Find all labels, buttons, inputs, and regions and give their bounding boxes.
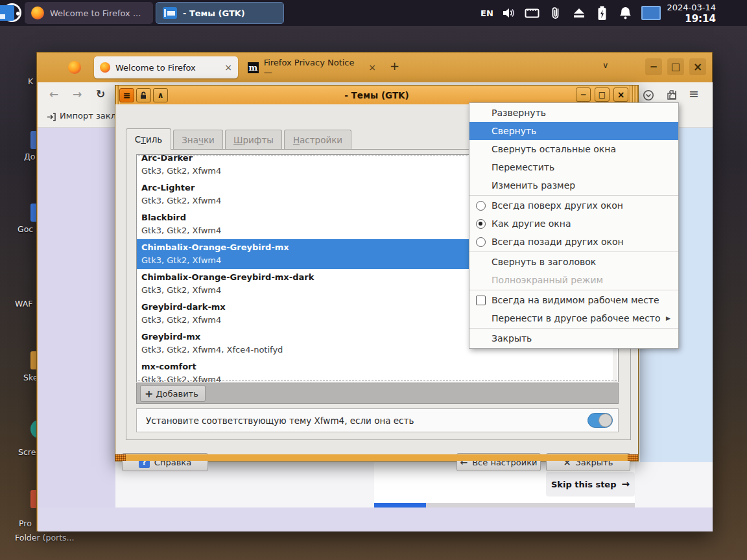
top-panel: Welcome to Firefox ... - Темы (GTK) EN 2… [0,0,747,26]
panel-clock[interactable]: 2024-03-14 19:14 [667,3,716,25]
firefox-logo-icon [68,61,81,74]
page-bottom-panel [38,508,713,531]
firefox-task-icon [31,6,44,19]
menu-item-close[interactable]: Закрыть [469,329,678,347]
back-icon[interactable]: ← [49,88,58,100]
show-desktop-icon[interactable] [0,5,14,21]
bookmarks-toolbar-item[interactable]: Импорт закл [60,111,116,121]
task-title: - Темы (GTK) [183,8,245,18]
firefox-maximize-button[interactable]: □ [667,58,684,75]
skip-step-button[interactable]: Skip this step → [546,472,635,496]
firefox-titlebar[interactable]: Welcome to Firefox × m Firefox Privacy N… [37,52,712,82]
notifications-bell-icon[interactable] [618,5,634,21]
clipboard-paperclip-icon[interactable] [548,5,563,21]
tab-settings[interactable]: Настройки [284,130,351,150]
progress-fill [374,503,426,508]
window-context-menu: Развернуть Свернуть Свернуть остальные о… [469,102,679,349]
tab-title: Welcome to Firefox [115,63,196,73]
menu-item-shade[interactable]: Свернуть в заголовок [469,253,678,271]
gtk-sticky-lock-icon[interactable] [136,88,151,102]
themes-task-icon [163,7,177,19]
desktop-icon-label[interactable]: Goc [18,224,33,234]
menu-item-move[interactable]: Переместить [469,158,678,176]
skip-step-label: Skip this step [551,480,617,489]
menu-separator [469,328,678,329]
tab-style[interactable]: Стиль [126,128,171,150]
menu-item-label: Всегда поверх других окон [492,200,623,211]
desktop-icon-label[interactable]: До [24,152,35,161]
menu-separator [469,195,678,196]
panel-time: 19:14 [667,13,716,25]
battery-icon[interactable] [595,5,610,21]
menu-item-label: Как другие окна [492,218,571,229]
desktop-icon-label[interactable]: Pro [19,519,32,528]
volume-icon[interactable] [501,5,517,21]
menu-item-resize[interactable]: Изменить размер [469,176,678,194]
submenu-arrow-icon: ▶ [666,315,670,321]
desktop-icon-label[interactable]: Folder (ports... [15,533,75,542]
taskbar-button-firefox[interactable]: Welcome to Firefox ... [25,2,153,24]
gtk-shade-button[interactable]: ∧ [153,88,168,102]
pocket-icon[interactable] [643,89,654,101]
new-tab-button[interactable]: + [390,59,399,73]
tab-title: Firefox Privacy Notice — [264,58,364,77]
gtk-minimize-button[interactable]: − [576,88,591,102]
extensions-puzzle-icon[interactable] [665,89,678,101]
menu-item-label: Всегда на видимом рабочем месте [492,295,659,305]
xfwm-match-row: Установите соответствующую тему Xfwm4, е… [136,408,619,432]
xfwm-match-label: Установите соответствующую тему Xfwm4, е… [146,415,414,426]
gtk-window-title: - Темы (GTK) [115,90,638,100]
menu-item-minimize[interactable]: Свернуть [469,122,678,140]
tab-fonts[interactable]: Шрифты [225,130,282,150]
firefox-close-button[interactable]: × [689,58,706,75]
desktop-icon-label[interactable]: K [28,76,33,86]
keyboard-layout-indicator[interactable]: EN [480,8,493,18]
firefox-minimize-button[interactable]: − [645,58,662,75]
menu-item-normal-stacking[interactable]: Как другие окна [469,215,678,233]
radio-icon [476,201,486,211]
keyboard-icon[interactable] [525,5,540,21]
menu-item-label: Всегда позади других окон [492,237,624,247]
import-bookmarks-icon[interactable] [47,112,56,122]
add-theme-button[interactable]: + Добавить [140,385,206,402]
gtk-maximize-button[interactable]: □ [595,88,610,102]
tab-privacy-notice[interactable]: m Firefox Privacy Notice — × [242,56,382,78]
taskbar-button-themes[interactable]: - Темы (GTK) [156,2,284,24]
desktop-icon-label[interactable]: Scre [18,447,36,457]
tab-close-icon[interactable]: × [368,62,376,73]
firefox-tab-icon [100,62,110,73]
gtk-window-menu-button[interactable]: ≡ [119,88,134,102]
resize-grip-right[interactable] [628,454,638,461]
menu-item-always-below[interactable]: Всегда позади других окон [469,233,678,251]
menu-item-label: Перенести в другое рабочее место [492,313,661,323]
menu-item-always-on-visible-workspace[interactable]: Всегда на видимом рабочем месте [469,291,678,309]
menu-item-fullscreen: Полноэкранный режим [469,271,678,289]
forward-icon[interactable]: → [73,88,82,100]
menu-item-minimize-others[interactable]: Свернуть остальные окна [469,140,678,158]
gtk-titlebar[interactable]: - Темы (GTK) ≡ ∧ − □ × [115,86,638,104]
menu-item-always-on-top[interactable]: Всегда поверх других окон [469,196,678,215]
menu-item-move-to-workspace[interactable]: Перенести в другое рабочее место ▶ [469,309,678,327]
panel-date: 2024-03-14 [667,3,716,13]
list-tabs-chevron-icon[interactable]: ∨ [602,60,609,70]
radio-icon [476,237,486,247]
tab-icons[interactable]: Значки [173,130,223,150]
tab-close-icon[interactable]: × [224,62,232,73]
theme-row[interactable]: mx-comfort Gtk3, Gtk2, Xfwm4 [137,358,618,382]
xfwm-match-toggle[interactable] [587,413,613,428]
gtk-close-button[interactable]: × [613,88,628,102]
arrow-right-icon: → [621,478,630,490]
desktop-icon-label[interactable]: WAF [15,299,32,309]
reload-icon[interactable]: ↻ [96,88,105,100]
gtk-bottom-border[interactable] [115,454,638,461]
menu-item-maximize[interactable]: Развернуть [469,104,678,122]
eject-icon[interactable] [571,5,587,21]
tab-welcome-to-firefox[interactable]: Welcome to Firefox × [94,56,238,78]
theme-detail: Gtk3, Gtk2, Xfwm4 [141,373,618,382]
workspace-switcher-icon[interactable] [641,6,661,20]
plus-icon: + [145,388,153,400]
menu-separator [469,251,678,252]
menu-hamburger-icon[interactable]: ≡ [689,86,699,100]
titlebar-grip-right [630,86,638,104]
resize-grip-left[interactable] [115,454,126,461]
